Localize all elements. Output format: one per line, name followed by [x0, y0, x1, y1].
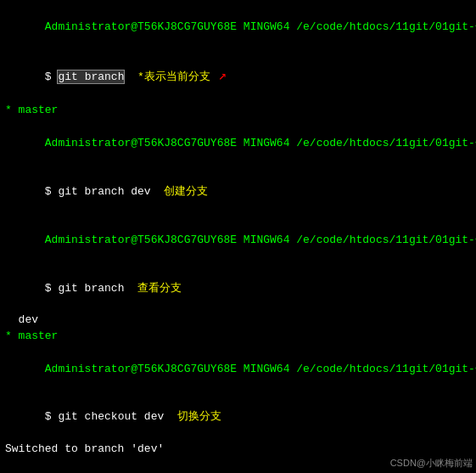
- output-4-1: Switched to branch 'dev': [5, 442, 471, 458]
- command-2[interactable]: $ git branch dev 创建分支: [5, 168, 471, 217]
- prompt-2: Administrator@T56KJ8CG7GUY68E MINGW64 /e…: [5, 120, 471, 168]
- output-3-2: * master: [5, 329, 471, 345]
- command-3[interactable]: $ git branch 查看分支: [5, 265, 471, 313]
- prompt-4: Administrator@T56KJ8CG7GUY68E MINGW64 /e…: [5, 346, 471, 394]
- output-1-1: * master: [5, 103, 471, 119]
- command-1[interactable]: $ git branch *表示当前分支 ↗: [5, 52, 471, 104]
- block-4: Administrator@T56KJ8CG7GUY68E MINGW64 /e…: [5, 346, 471, 458]
- block-1: Administrator@T56KJ8CG7GUY68E MINGW64 /e…: [5, 3, 471, 119]
- block-2: Administrator@T56KJ8CG7GUY68E MINGW64 /e…: [5, 120, 471, 216]
- block-3: Administrator@T56KJ8CG7GUY68E MINGW64 /e…: [5, 217, 471, 345]
- prompt-3: Administrator@T56KJ8CG7GUY68E MINGW64 /e…: [5, 217, 471, 265]
- prompt-1: Administrator@T56KJ8CG7GUY68E MINGW64 /e…: [5, 3, 471, 52]
- watermark: CSDN@小眯梅前端: [390, 457, 473, 470]
- terminal: Administrator@T56KJ8CG7GUY68E MINGW64 /e…: [0, 0, 476, 473]
- output-3-1: dev: [5, 313, 471, 329]
- command-4[interactable]: $ git checkout dev 切换分支: [5, 394, 471, 442]
